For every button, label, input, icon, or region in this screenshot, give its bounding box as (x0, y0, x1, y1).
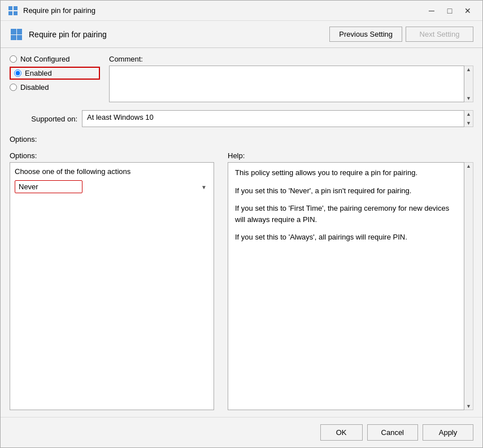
svg-rect-4 (11, 29, 16, 34)
options-box: Choose one of the following actions Neve… (10, 162, 214, 410)
enabled-label: Enabled (25, 69, 52, 77)
scroll-up-icon: ▲ (466, 163, 471, 169)
supported-on-label: Supported on: (10, 115, 77, 123)
options-section-label: Options: (10, 135, 37, 143)
options-instruction: Choose one of the following actions (15, 167, 209, 176)
comment-textarea[interactable] (109, 66, 464, 102)
next-setting-button[interactable]: Next Setting (406, 27, 473, 42)
help-panel: Help: This policy setting allows you to … (223, 151, 473, 410)
apply-button[interactable]: Apply (423, 424, 473, 441)
svg-rect-1 (14, 6, 18, 10)
not-configured-option[interactable]: Not Configured (10, 55, 100, 63)
options-label: Options: (10, 151, 214, 160)
content-area: Not Configured Enabled Disabled Comment: (1, 48, 482, 417)
svg-rect-5 (17, 29, 22, 34)
title-bar-left: Require pin for pairing (7, 5, 95, 16)
svg-rect-3 (14, 11, 18, 15)
svg-rect-6 (11, 35, 16, 40)
window-icon (7, 5, 19, 16)
action-dropdown[interactable]: Never First Time Always (15, 180, 82, 193)
disabled-label: Disabled (20, 83, 49, 92)
supported-scrollbar: ▲ ▼ (464, 110, 473, 127)
previous-setting-button[interactable]: Previous Setting (329, 27, 402, 42)
cancel-button[interactable]: Cancel (367, 424, 418, 441)
dialog-window: Require pin for pairing ─ □ ✕ Require pi… (0, 0, 483, 448)
header-icon (10, 28, 23, 41)
maximize-button[interactable]: □ (442, 5, 458, 17)
header-left: Require pin for pairing (10, 28, 107, 41)
close-button[interactable]: ✕ (460, 5, 476, 17)
help-para-3: If you set this to 'First Time', the pai… (235, 203, 452, 225)
title-bar-buttons: ─ □ ✕ (424, 5, 476, 17)
help-para-4: If you set this to 'Always', all pairing… (235, 232, 452, 243)
section-labels: Options: Help: (10, 135, 473, 143)
footer: OK Cancel Apply (1, 417, 482, 447)
svg-rect-0 (8, 6, 12, 10)
radio-group: Not Configured Enabled Disabled (10, 55, 100, 92)
options-panel: Options: Choose one of the following act… (10, 151, 219, 410)
help-para-2: If you set this to 'Never', a pin isn't … (235, 185, 452, 197)
header-buttons: Previous Setting Next Setting (329, 27, 473, 42)
help-scrollbar: ▲ ▼ (464, 162, 473, 410)
disabled-option[interactable]: Disabled (10, 83, 100, 92)
enabled-radio[interactable] (14, 69, 21, 77)
enabled-option[interactable]: Enabled (14, 69, 52, 77)
header-section: Require pin for pairing Previous Setting… (1, 21, 482, 48)
ok-button[interactable]: OK (320, 424, 363, 441)
minimize-button[interactable]: ─ (424, 5, 440, 17)
comment-label: Comment: (109, 55, 473, 63)
not-configured-label: Not Configured (20, 55, 69, 63)
svg-rect-2 (8, 11, 12, 15)
panel-gap (219, 151, 223, 410)
header-title: Require pin for pairing (29, 30, 107, 39)
help-box: This policy setting allows you to requir… (228, 162, 464, 410)
dialog-title: Require pin for pairing (23, 6, 95, 15)
not-configured-radio[interactable] (10, 55, 17, 63)
help-label: Help: (228, 151, 473, 160)
help-para-1: This policy setting allows you to requir… (235, 167, 452, 179)
dropdown-arrow-icon: ▼ (201, 184, 207, 190)
action-dropdown-container: Never First Time Always ▼ (15, 180, 209, 193)
supported-on-box: At least Windows 10 ▲ ▼ (82, 110, 473, 127)
scroll-down-icon: ▼ (466, 403, 471, 409)
supported-on-value: At least Windows 10 (82, 110, 464, 127)
svg-rect-7 (17, 35, 22, 40)
comment-scrollbar: ▲ ▼ (464, 66, 473, 102)
title-bar: Require pin for pairing ─ □ ✕ (1, 1, 482, 21)
disabled-radio[interactable] (10, 84, 17, 91)
enabled-box: Enabled (10, 67, 100, 80)
